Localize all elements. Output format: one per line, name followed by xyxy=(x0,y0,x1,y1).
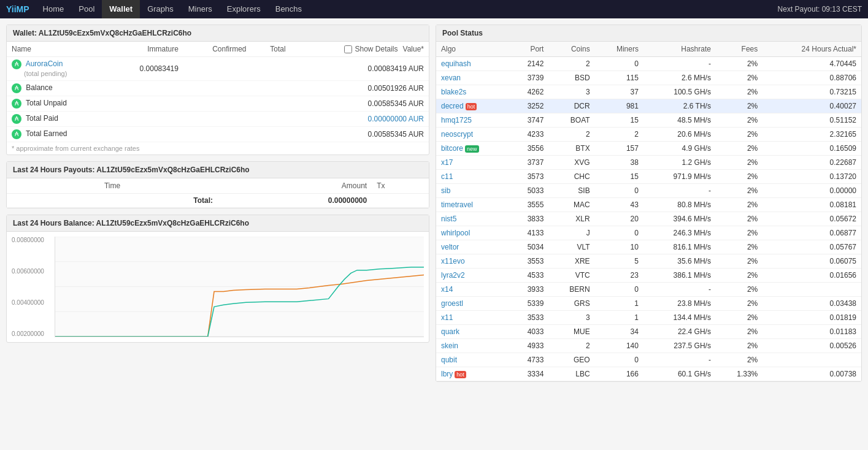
payouts-table: Time Amount Tx Total: 0.00000000 xyxy=(7,178,429,208)
nav-item-graphs[interactable]: Graphs xyxy=(140,0,181,18)
pool-coins-cell: XLR xyxy=(548,212,594,226)
balance-value: 0.00501926 AUR xyxy=(291,81,429,96)
pool-port-cell: 5033 xyxy=(509,184,548,198)
pool-port-cell: 3747 xyxy=(509,113,548,128)
pool-table-row: skein49332140237.5 GH/s2%0.00526 xyxy=(436,339,861,353)
pool-hashrate-cell: - xyxy=(643,184,716,198)
pool-port-cell: 3737 xyxy=(509,156,548,170)
paid-link[interactable]: 0.00000000 AUR xyxy=(368,115,424,123)
show-details-checkbox[interactable] xyxy=(344,45,352,53)
pool-hours24-cell: 0.06877 xyxy=(762,226,861,240)
pool-fees-cell: 2% xyxy=(716,85,762,99)
pool-fees-cell: 2% xyxy=(716,170,762,184)
pool-hashrate-cell: 134.4 MH/s xyxy=(643,311,716,325)
earned-icon: ₳ xyxy=(12,129,21,139)
pool-coins-cell: DCR xyxy=(548,99,594,113)
payout-info: Next Payout: 09:13 CEST xyxy=(778,5,862,13)
balance-chart-section: Last 24 Hours Balance: AL1ZtU59cEzx5mVxQ… xyxy=(6,215,429,343)
pool-algo-cell[interactable]: sib xyxy=(436,184,509,198)
pool-port-cell: 2142 xyxy=(509,57,548,71)
pool-algo-cell[interactable]: xevan xyxy=(436,71,509,85)
pool-algo-cell[interactable]: decredhot xyxy=(436,99,509,113)
pool-table-row: nist53833XLR20394.6 MH/s2%0.05672 xyxy=(436,212,861,226)
pool-coins-cell: 3 xyxy=(548,311,594,325)
pool-hashrate-cell: - xyxy=(643,57,716,71)
total-value xyxy=(252,57,291,81)
pool-miners-cell: 0 xyxy=(595,226,643,240)
pool-hashrate-cell: 4.9 GH/s xyxy=(643,142,716,156)
pool-algo-cell[interactable]: lbryhot xyxy=(436,367,509,381)
pool-algo-cell[interactable]: blake2s xyxy=(436,85,509,99)
pool-hours24-cell xyxy=(762,353,861,367)
pool-algo-cell[interactable]: timetravel xyxy=(436,198,509,212)
pool-algo-cell[interactable]: qubit xyxy=(436,353,509,367)
pool-coins-cell: VTC xyxy=(548,269,594,283)
pool-hashrate-cell: 23.8 MH/s xyxy=(643,297,716,311)
pool-table-row: equihash214220-2%4.70445 xyxy=(436,57,861,71)
pool-algo-cell[interactable]: bitcorenew xyxy=(436,142,509,156)
chart-svg xyxy=(55,237,424,337)
pool-table-row: lyra2v24533VTC23386.1 MH/s2%0.01656 xyxy=(436,269,861,283)
paid-total xyxy=(252,112,291,127)
balance-immature xyxy=(108,81,183,96)
pool-port-cell: 4262 xyxy=(509,85,548,99)
pool-miners-cell: 20 xyxy=(595,212,643,226)
chart-y-labels: 0.00800000 0.00600000 0.00400000 0.00200… xyxy=(12,237,44,337)
pool-algo-cell[interactable]: c11 xyxy=(436,170,509,184)
unpaid-icon: ₳ xyxy=(12,99,21,109)
pool-miners-cell: 0 xyxy=(595,283,643,297)
earned-value: 0.00585345 AUR xyxy=(291,127,429,142)
pool-algo-cell[interactable]: nist5 xyxy=(436,212,509,226)
coin-name-cell: ₳ AuroraCoin (total pending) xyxy=(7,57,108,81)
pool-port-cell: 3556 xyxy=(509,142,548,156)
pool-hours24-cell: 0.00000 xyxy=(762,184,861,198)
pool-coins-cell: XRE xyxy=(548,254,594,269)
pool-hashrate-cell: 2.6 MH/s xyxy=(643,71,716,85)
pool-algo-cell[interactable]: groestl xyxy=(436,297,509,311)
pool-algo-cell[interactable]: x17 xyxy=(436,156,509,170)
pool-table-row: timetravel3555MAC4380.8 MH/s2%0.08181 xyxy=(436,198,861,212)
pool-table-row: x11evo3553XRE535.6 MH/s2%0.06075 xyxy=(436,254,861,269)
pool-port-cell: 4033 xyxy=(509,325,548,339)
pool-miners-cell: 37 xyxy=(595,85,643,99)
pool-hashrate-cell: 48.5 MH/s xyxy=(643,113,716,128)
nav-item-miners[interactable]: Miners xyxy=(181,0,220,18)
pool-algo-cell[interactable]: veltor xyxy=(436,240,509,254)
coin-link[interactable]: AuroraCoin xyxy=(26,59,63,68)
pool-hashrate-cell: 816.1 MH/s xyxy=(643,240,716,254)
nav-item-benchs[interactable]: Benchs xyxy=(268,0,309,18)
pool-algo-cell[interactable]: x14 xyxy=(436,283,509,297)
nav-item-pool[interactable]: Pool xyxy=(71,0,102,18)
chart-canvas xyxy=(55,237,424,337)
pool-miners-cell: 0 xyxy=(595,184,643,198)
pool-algo-cell[interactable]: quark xyxy=(436,325,509,339)
brand-logo: YiiMP xyxy=(6,4,29,14)
nav-item-wallet[interactable]: Wallet xyxy=(102,0,140,18)
pool-miners-cell: 0 xyxy=(595,57,643,71)
pool-algo-cell[interactable]: x11evo xyxy=(436,254,509,269)
pool-algo-cell[interactable]: whirlpool xyxy=(436,226,509,240)
pool-miners-cell: 157 xyxy=(595,142,643,156)
pool-algo-cell[interactable]: skein xyxy=(436,339,509,353)
nav-item-explorers[interactable]: Explorers xyxy=(220,0,268,18)
pool-algo-cell[interactable]: equihash xyxy=(436,57,509,71)
pool-algo-cell[interactable]: lyra2v2 xyxy=(436,269,509,283)
col-amount: Amount xyxy=(218,178,372,194)
y-label-2: 0.00400000 xyxy=(12,299,44,306)
pool-algo-cell[interactable]: x11 xyxy=(436,311,509,325)
pool-algo-cell[interactable]: neoscrypt xyxy=(436,128,509,142)
pool-port-cell: 4533 xyxy=(509,269,548,283)
pool-table-row: bitcorenew3556BTX1574.9 GH/s2%0.16509 xyxy=(436,142,861,156)
pool-miners-cell: 1 xyxy=(595,297,643,311)
pool-port-cell: 3553 xyxy=(509,254,548,269)
pool-fees-cell: 2% xyxy=(716,198,762,212)
pool-miners-cell: 0 xyxy=(595,353,643,367)
pool-algo-cell[interactable]: hmq1725 xyxy=(436,113,509,128)
pool-port-cell: 4233 xyxy=(509,128,548,142)
y-label-1: 0.00600000 xyxy=(12,268,44,275)
nav-item-home[interactable]: Home xyxy=(36,0,72,18)
unpaid-value: 0.00585345 AUR xyxy=(291,96,429,112)
balance-icon: ₳ xyxy=(12,83,21,93)
pool-table-row: xevan3739BSD1152.6 MH/s2%0.88706 xyxy=(436,71,861,85)
pool-hours24-cell: 0.22687 xyxy=(762,156,861,170)
